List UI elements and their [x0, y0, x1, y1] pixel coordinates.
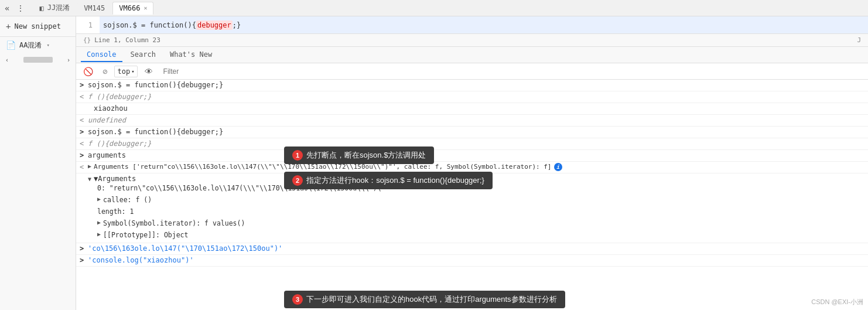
snippet-nav-next[interactable]: › [65, 56, 72, 64]
tab-whats-new[interactable]: What's New [164, 48, 218, 62]
console-row: ▼ ▼Arguments 0: "return\"co\\156\\163ole… [76, 173, 868, 243]
arguments-content: 0: "return\"co\\156\\163ole.lo\\147(\\\"… [88, 183, 394, 241]
prototype-text: [[Prototype]]: Object [103, 231, 188, 239]
arg-0-text: 0: "return\"co\\156\\163ole.lo\\147(\\\"… [97, 184, 389, 192]
dropdown-arrow-icon: ▾ [131, 69, 134, 74]
expand-callee-icon[interactable]: ▶ [97, 196, 101, 202]
tab-bar: « ⋮ ◧ JJ混淆 VM145 VM666 ✕ [0, 0, 868, 16]
status-line-text: Line 1, Column 23 [94, 36, 160, 44]
console-input-text: sojson.$ = function(){debugger;} [88, 81, 223, 89]
snippet-nav: ‹ › [0, 53, 76, 66]
snippet-item-aa[interactable]: 📄 AA混淆 ▾ [0, 37, 76, 53]
console-input-text: sojson.$ = function(){debugger;} [88, 128, 223, 136]
console-row: arguments [76, 150, 868, 162]
braces-icon: {} [83, 36, 91, 44]
right-side-indicator: J [857, 36, 861, 44]
console-row: xiaozhou [76, 103, 868, 115]
new-snippet-button[interactable]: + New snippet [0, 16, 76, 37]
console-row: ▶ Arguments ['return"co\\156\\163ole.lo\… [76, 162, 868, 173]
list-item: 0: "return\"co\\156\\163ole.lo\\147(\\\"… [97, 183, 394, 195]
snippet-nav-prev[interactable]: ‹ [4, 56, 11, 64]
expand-symbol-icon[interactable]: ▶ [97, 219, 101, 226]
left-panel: + New snippet 📄 AA混淆 ▾ ‹ › [0, 16, 76, 310]
tab-search[interactable]: Search [125, 48, 162, 62]
list-item: ▶ callee: f () [97, 195, 394, 206]
console-row: sojson.$ = function(){debugger;} [76, 127, 868, 138]
tab-console[interactable]: Console [81, 48, 122, 62]
tab-bar-left-icons: « ⋮ [2, 2, 27, 14]
plus-icon: + [6, 22, 11, 31]
filter-input[interactable] [160, 66, 863, 77]
console-area-wrapper: Console Search What's New 🚫 ⊘ top ▾ 👁 [76, 47, 868, 310]
new-snippet-label: New snippet [14, 22, 60, 30]
snippet-file-icon: 📄 [6, 40, 16, 50]
tab-jj-label: JJ混淆 [47, 3, 70, 13]
tab-vm666[interactable]: VM666 ✕ [112, 2, 153, 15]
tab-jj-icon: ◧ [39, 4, 43, 12]
tab-vm666-label: VM666 [119, 4, 140, 12]
callee-text: callee: f () [103, 196, 152, 204]
console-row: sojson.$ = function(){debugger;} [76, 80, 868, 91]
main-area: + New snippet 📄 AA混淆 ▾ ‹ › 1 sojson.$ = … [0, 16, 868, 310]
tab-vm145-label: VM145 [84, 4, 105, 12]
watermark: CSDN @EXI-小洲 [811, 298, 863, 306]
console-input-text: arguments [88, 151, 126, 159]
info-icon[interactable]: i [554, 163, 562, 171]
eye-icon[interactable]: 👁 [142, 66, 155, 77]
more-options-icon[interactable]: ⋮ [14, 2, 27, 14]
code-line[interactable]: sojson.$ = function(){debugger;} [100, 16, 868, 33]
expand-prototype-icon[interactable]: ▶ [97, 231, 101, 237]
expand-down-icon[interactable]: ▼ [88, 176, 91, 182]
console-row: undefined [76, 115, 868, 127]
tab-vm145[interactable]: VM145 [77, 2, 111, 15]
code-text-end: ;} [233, 21, 241, 29]
expand-arrow-icon[interactable]: ▶ [88, 163, 91, 169]
line-number: 1 [76, 21, 100, 29]
code-text-sojson: sojson.$ = function(){ [103, 21, 196, 29]
console-row: f (){debugger;} [76, 138, 868, 150]
arguments-label: ▼Arguments [94, 175, 136, 183]
snippet-item-label: AA混淆 [19, 40, 42, 50]
top-frame-label: top [117, 67, 130, 76]
symbol-text: Symbol(Symbol.iterator): f values() [103, 219, 245, 227]
console-output-text: f (){debugger;} [88, 93, 151, 101]
console-arguments-text: Arguments ['return"co\\156\\163ole.lo\\1… [94, 163, 551, 171]
no-icon[interactable]: ⊘ [100, 66, 110, 77]
console-log-text: 'console.log("xiaozhou")' [88, 256, 194, 264]
console-row: 'co\156\163ole.lo\147("\170\151ao\172\15… [76, 243, 868, 255]
clear-console-button[interactable]: 🚫 [81, 66, 95, 77]
top-frame-selector[interactable]: top ▾ [114, 66, 137, 77]
code-text-debugger: debugger [196, 21, 233, 30]
console-output: sojson.$ = function(){debugger;} f (){de… [76, 80, 868, 310]
console-toolbar: 🚫 ⊘ top ▾ 👁 [76, 63, 868, 80]
right-panel: 1 sojson.$ = function(){debugger;} {} Li… [76, 16, 868, 310]
code-editor: 1 sojson.$ = function(){debugger;} [76, 16, 868, 34]
list-item: ▶ [[Prototype]]: Object [97, 230, 394, 241]
close-tab-icon[interactable]: ✕ [143, 5, 147, 11]
console-output-text: f (){debugger;} [88, 139, 151, 148]
console-tabs: Console Search What's New [76, 47, 868, 63]
chevron-left-icon[interactable]: « [2, 2, 12, 14]
arguments-expanded-header: ▼ ▼Arguments [88, 175, 136, 183]
console-plain-text: xiaozhou [94, 104, 128, 113]
status-bar: {} Line 1, Column 23 J [76, 34, 868, 47]
length-text: length: 1 [97, 207, 134, 216]
console-blue-text: 'co\156\163ole.lo\147("\170\151ao\172\15… [88, 244, 282, 253]
snippet-dropdown-icon[interactable]: ▾ [46, 42, 49, 48]
tab-jj-hunxiao[interactable]: ◧ JJ混淆 [33, 2, 76, 15]
console-row: 'console.log("xiaozhou")' [76, 255, 868, 267]
list-item: ▶ Symbol(Symbol.iterator): f values() [97, 218, 394, 230]
console-undefined-text: undefined [88, 116, 126, 124]
console-row: f (){debugger;} [76, 91, 868, 103]
list-item: length: 1 [97, 206, 394, 218]
snippet-nav-bar [23, 57, 53, 63]
